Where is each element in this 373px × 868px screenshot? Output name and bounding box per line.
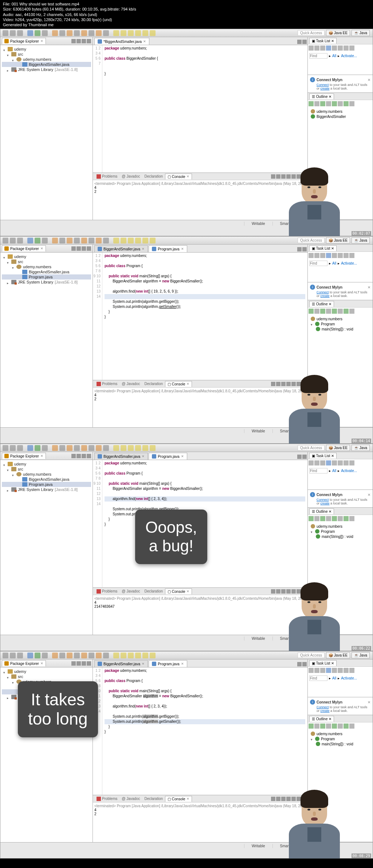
toolbar-button-nav[interactable] bbox=[150, 30, 156, 36]
outline-action-icon[interactable] bbox=[343, 724, 349, 729]
view-action-icon[interactable] bbox=[71, 454, 76, 458]
task-activate-link[interactable]: Activate... bbox=[341, 469, 357, 473]
expand-icon[interactable] bbox=[7, 675, 10, 678]
task-action-icon[interactable] bbox=[314, 253, 319, 258]
toolbar-button-run[interactable] bbox=[35, 30, 40, 36]
tree-file[interactable]: Program.java bbox=[2, 274, 91, 280]
toolbar-button[interactable] bbox=[96, 445, 102, 451]
toolbar-button[interactable] bbox=[52, 30, 58, 36]
close-icon[interactable]: ✕ bbox=[368, 78, 370, 82]
toolbar-button-nav[interactable] bbox=[128, 238, 134, 243]
close-tab-icon[interactable]: ✕ bbox=[181, 455, 184, 458]
editor-tab[interactable]: Program.java✕ bbox=[149, 245, 187, 252]
expand-icon[interactable] bbox=[7, 260, 10, 263]
toolbar-button[interactable] bbox=[89, 445, 94, 451]
toolbar-button-nav[interactable] bbox=[113, 30, 119, 36]
console-action-icon[interactable] bbox=[276, 382, 280, 386]
create-link[interactable]: create bbox=[321, 87, 330, 90]
console-tab[interactable]: ▢ Console ✕ bbox=[165, 796, 192, 802]
create-link[interactable]: create bbox=[321, 294, 330, 298]
task-action-icon[interactable] bbox=[349, 668, 354, 673]
problems-tab[interactable]: Problems bbox=[94, 588, 119, 594]
expand-icon[interactable] bbox=[12, 473, 15, 476]
tree-jre[interactable]: JRE System Library [JavaSE-1.8] bbox=[2, 67, 91, 72]
task-action-icon[interactable] bbox=[309, 45, 314, 51]
outline-package[interactable]: udemy.numbers bbox=[309, 316, 371, 321]
code-content[interactable]: package udemy.numbers; public class Prog… bbox=[102, 667, 307, 795]
task-action-icon[interactable] bbox=[320, 253, 325, 258]
toolbar-button[interactable] bbox=[59, 30, 65, 36]
toolbar-button[interactable] bbox=[74, 238, 80, 243]
console-action-icon[interactable] bbox=[276, 589, 280, 594]
task-action-icon[interactable] bbox=[326, 45, 331, 51]
console-output[interactable]: <terminated> Program [Java Application] … bbox=[93, 388, 307, 427]
task-action-icon[interactable] bbox=[338, 668, 343, 673]
task-action-icon[interactable] bbox=[338, 253, 343, 258]
expand-icon[interactable] bbox=[12, 265, 15, 268]
perspective-java[interactable]: ☕ Java bbox=[352, 445, 370, 451]
toolbar-button-nav[interactable] bbox=[128, 30, 134, 36]
task-action-icon[interactable] bbox=[338, 460, 343, 465]
console-action-icon[interactable] bbox=[276, 797, 280, 801]
close-icon[interactable]: ✕ bbox=[368, 493, 370, 497]
toolbar-button-nav[interactable] bbox=[135, 238, 141, 243]
toolbar-button[interactable] bbox=[42, 238, 48, 243]
view-action-icon[interactable] bbox=[76, 246, 81, 251]
console-action-icon[interactable] bbox=[271, 382, 275, 386]
perspective-javaee[interactable]: 📦 Java EE bbox=[326, 445, 350, 451]
perspective-javaee[interactable]: 📦 Java EE bbox=[326, 30, 350, 36]
quick-access-input[interactable]: Quick Access bbox=[298, 238, 325, 243]
connect-link[interactable]: Connect bbox=[317, 705, 329, 709]
task-action-icon[interactable] bbox=[343, 45, 349, 51]
editor-tab[interactable]: Program.java✕ bbox=[149, 660, 187, 667]
task-action-icon[interactable] bbox=[326, 253, 331, 258]
javadoc-tab[interactable]: @ Javadoc bbox=[119, 174, 142, 179]
toolbar-button-nav[interactable] bbox=[142, 238, 148, 243]
tasklist-tab[interactable]: ▣ Task List ✕ bbox=[309, 453, 337, 459]
close-tab-icon[interactable]: ✕ bbox=[142, 247, 145, 251]
toolbar-button-nav[interactable] bbox=[150, 445, 156, 451]
task-action-icon[interactable] bbox=[343, 253, 349, 258]
toolbar-button-nav[interactable] bbox=[121, 445, 126, 451]
task-action-icon[interactable] bbox=[343, 668, 349, 673]
outline-action-icon[interactable] bbox=[349, 516, 354, 521]
task-find-input[interactable] bbox=[309, 261, 327, 266]
task-all-link[interactable]: All bbox=[332, 54, 336, 58]
task-action-icon[interactable] bbox=[309, 668, 314, 673]
tasklist-tab[interactable]: ▣ Task List ✕ bbox=[309, 245, 337, 251]
task-action-icon[interactable] bbox=[326, 668, 331, 673]
outline-action-icon[interactable] bbox=[343, 309, 349, 314]
toolbar-button[interactable] bbox=[67, 238, 72, 243]
outline-method[interactable]: main(String[]) : void bbox=[309, 741, 371, 746]
outline-method[interactable]: main(String[]) : void bbox=[309, 534, 371, 539]
console-action-icon[interactable] bbox=[271, 589, 275, 594]
editor-tab[interactable]: BiggerAndSmaller.java✕ bbox=[94, 660, 148, 667]
outline-action-icon[interactable] bbox=[349, 101, 354, 106]
task-action-icon[interactable] bbox=[314, 460, 319, 465]
outline-action-icon[interactable] bbox=[338, 516, 343, 521]
toolbar-button-nav[interactable] bbox=[121, 238, 126, 243]
editor-tab[interactable]: BiggerAndSmaller.java✕ bbox=[94, 453, 148, 460]
tree-project[interactable]: udemy bbox=[2, 254, 91, 259]
task-action-icon[interactable] bbox=[343, 460, 349, 465]
declaration-tab[interactable]: Declaration bbox=[142, 588, 165, 594]
outline-action-icon[interactable] bbox=[349, 309, 354, 314]
toolbar-button-nav[interactable] bbox=[142, 445, 148, 451]
editor-tab[interactable]: BiggerAndSmaller.java✕ bbox=[94, 245, 148, 252]
outline-tab[interactable]: ☰ Outline ✕ bbox=[309, 94, 334, 99]
expand-icon[interactable] bbox=[7, 488, 10, 491]
task-activate-link[interactable]: Activate... bbox=[341, 261, 357, 265]
outline-class[interactable]: BiggerAndSmaller bbox=[309, 114, 371, 119]
quick-access-input[interactable]: Quick Access bbox=[298, 653, 325, 658]
toolbar-button[interactable] bbox=[67, 30, 72, 36]
toolbar-button[interactable] bbox=[89, 238, 94, 243]
code-editor[interactable]: 1 2 3 4 5 6 7 8 9 10 11 12 13 14 package… bbox=[93, 667, 307, 795]
view-action-icon[interactable] bbox=[87, 661, 91, 666]
task-action-icon[interactable] bbox=[309, 253, 314, 258]
outline-class[interactable]: Program bbox=[309, 736, 371, 741]
problems-tab[interactable]: Problems bbox=[94, 174, 119, 179]
view-action-icon[interactable] bbox=[82, 246, 86, 251]
toolbar-button-nav[interactable] bbox=[135, 30, 141, 36]
toolbar-button-nav[interactable] bbox=[128, 653, 134, 658]
task-action-icon[interactable] bbox=[320, 45, 325, 51]
